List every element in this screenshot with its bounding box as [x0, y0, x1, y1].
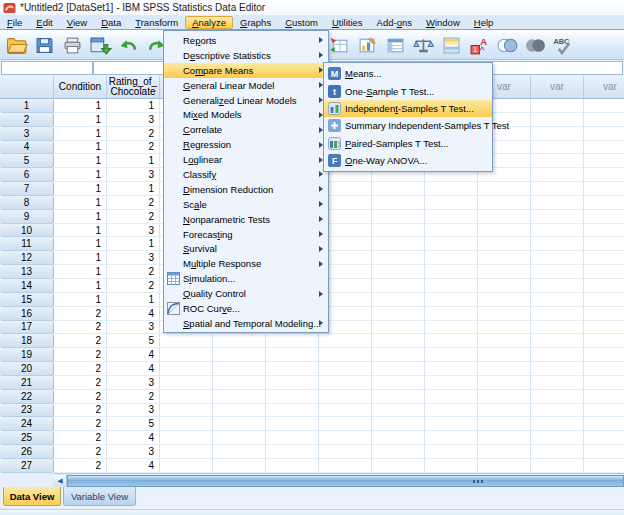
tab-variable-view[interactable]: Variable View [63, 487, 136, 506]
cell-empty[interactable] [425, 348, 478, 362]
menu-item-simulation[interactable]: Simulation... [164, 271, 328, 286]
cell-empty[interactable] [531, 141, 584, 155]
cell-empty[interactable] [478, 417, 531, 431]
cell-empty[interactable] [584, 141, 624, 155]
menu-item-scale[interactable]: Scale [164, 197, 328, 212]
cell-empty[interactable] [372, 279, 425, 293]
cell-condition[interactable]: 1 [54, 127, 107, 141]
row-number[interactable]: 22 [0, 390, 54, 404]
menu-item-spatial-and-temporal-modeling[interactable]: Spatial and Temporal Modeling... [164, 316, 328, 331]
cell-empty[interactable] [478, 196, 531, 210]
cell-rating-of-chocolate[interactable]: 4 [107, 307, 160, 321]
cell-condition[interactable]: 1 [54, 141, 107, 155]
cell-condition[interactable]: 2 [54, 307, 107, 321]
cell-empty[interactable] [584, 182, 624, 196]
cell-empty[interactable] [531, 210, 584, 224]
cell-empty[interactable] [478, 362, 531, 376]
cell-rating-of-chocolate[interactable]: 3 [107, 251, 160, 265]
cell-empty[interactable] [319, 334, 372, 348]
cell-rating-of-chocolate[interactable]: 2 [107, 127, 160, 141]
cell-empty[interactable] [160, 390, 213, 404]
row-number[interactable]: 5 [0, 154, 54, 168]
cell-empty[interactable] [213, 404, 266, 418]
cell-empty[interactable] [213, 348, 266, 362]
cell-empty[interactable] [372, 348, 425, 362]
cell-condition[interactable]: 1 [54, 293, 107, 307]
cell-rating-of-chocolate[interactable]: 4 [107, 362, 160, 376]
cell-empty[interactable] [531, 404, 584, 418]
row-number[interactable]: 23 [0, 404, 54, 418]
menu-analyze[interactable]: Analyze [185, 16, 233, 29]
cell-empty[interactable] [478, 182, 531, 196]
row-number[interactable]: 6 [0, 168, 54, 182]
cell-empty[interactable] [584, 127, 624, 141]
menu-item-quality-control[interactable]: Quality Control [164, 286, 328, 301]
cell-empty[interactable] [584, 293, 624, 307]
cell-empty[interactable] [425, 251, 478, 265]
cell-rating-of-chocolate[interactable]: 1 [107, 99, 160, 113]
save-icon[interactable] [32, 33, 57, 57]
cell-empty[interactable] [531, 127, 584, 141]
cell-empty[interactable] [425, 307, 478, 321]
cell-empty[interactable] [584, 279, 624, 293]
cell-empty[interactable] [531, 154, 584, 168]
column-header-condition[interactable]: Condition [54, 76, 107, 99]
cell-empty[interactable] [425, 224, 478, 238]
column-header-var[interactable]: var [584, 76, 624, 99]
cell-empty[interactable] [478, 237, 531, 251]
row-number[interactable]: 11 [0, 237, 54, 251]
cell-empty[interactable] [584, 348, 624, 362]
cell-rating-of-chocolate[interactable]: 4 [107, 348, 160, 362]
cell-empty[interactable] [425, 237, 478, 251]
row-number[interactable]: 4 [0, 141, 54, 155]
cell-empty[interactable] [425, 279, 478, 293]
cell-empty[interactable] [478, 334, 531, 348]
cell-empty[interactable] [584, 237, 624, 251]
cell-condition[interactable]: 2 [54, 390, 107, 404]
cell-empty[interactable] [319, 404, 372, 418]
cell-empty[interactable] [213, 390, 266, 404]
cell-rating-of-chocolate[interactable]: 1 [107, 154, 160, 168]
cell-empty[interactable] [478, 431, 531, 445]
cell-condition[interactable]: 2 [54, 362, 107, 376]
cell-empty[interactable] [584, 376, 624, 390]
cell-empty[interactable] [584, 224, 624, 238]
menu-item-generalized-linear-models[interactable]: Generalized Linear Models [164, 93, 328, 108]
value-labels-icon[interactable]: 1A [467, 33, 492, 57]
cell-rating-of-chocolate[interactable]: 5 [107, 417, 160, 431]
cell-empty[interactable] [478, 279, 531, 293]
cell-empty[interactable] [531, 182, 584, 196]
cell-empty[interactable] [531, 265, 584, 279]
cell-empty[interactable] [531, 459, 584, 473]
cell-empty[interactable] [531, 99, 584, 113]
cell-empty[interactable] [266, 417, 319, 431]
goto-variable-icon[interactable] [355, 33, 380, 57]
cell-empty[interactable] [478, 224, 531, 238]
cell-empty[interactable] [478, 459, 531, 473]
cell-empty[interactable] [584, 168, 624, 182]
menu-item-regression[interactable]: Regression [164, 137, 328, 152]
menu-graphs[interactable]: Graphs [233, 16, 278, 29]
cell-empty[interactable] [372, 445, 425, 459]
cell-empty[interactable] [478, 307, 531, 321]
cell-rating-of-chocolate[interactable]: 2 [107, 390, 160, 404]
menu-item-descriptive-statistics[interactable]: Descriptive Statistics [164, 48, 328, 63]
cell-empty[interactable] [372, 237, 425, 251]
cell-condition[interactable]: 2 [54, 431, 107, 445]
cell-empty[interactable] [160, 376, 213, 390]
submenu-item-means[interactable]: MMeans... [324, 65, 492, 82]
row-number[interactable]: 7 [0, 182, 54, 196]
row-number[interactable]: 24 [0, 417, 54, 431]
show-all-variables-icon[interactable] [523, 33, 548, 57]
recall-dialogs-icon[interactable] [88, 33, 113, 57]
cell-empty[interactable] [372, 224, 425, 238]
cell-empty[interactable] [425, 265, 478, 279]
cell-empty[interactable] [160, 417, 213, 431]
cell-condition[interactable]: 1 [54, 224, 107, 238]
horizontal-scrollbar[interactable]: ◀ [54, 473, 624, 487]
tab-data-view[interactable]: Data View [3, 487, 61, 506]
cell-empty[interactable] [213, 459, 266, 473]
cell-empty[interactable] [425, 334, 478, 348]
cell-rating-of-chocolate[interactable]: 4 [107, 431, 160, 445]
cell-empty[interactable] [160, 459, 213, 473]
